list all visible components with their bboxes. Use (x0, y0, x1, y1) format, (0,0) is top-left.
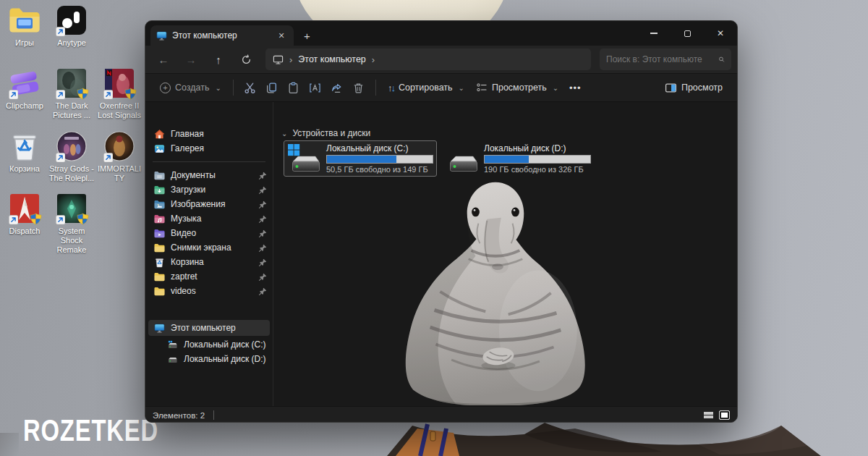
maximize-icon (684, 30, 691, 37)
sidebar-item-label: Видео (171, 228, 196, 238)
rozetked-watermark: ROZETKED (23, 413, 158, 447)
search-icon (718, 54, 725, 64)
desktop-icon-stray-gods[interactable]: Stray Gods - The Rolepl... (48, 130, 95, 183)
sidebar-item-label: Снимки экрана (171, 242, 231, 253)
tab-close-icon[interactable]: ✕ (275, 29, 288, 42)
tab-title: Этот компьютер (172, 30, 270, 41)
admin-shield-icon (124, 88, 137, 100)
sidebar-item-label: Этот компьютер (171, 323, 236, 333)
desktop-icon-system-shock[interactable]: System Shock Remake (48, 193, 95, 256)
sidebar-item-recycle-bin[interactable]: Корзина (145, 255, 273, 269)
back-button[interactable]: ← (151, 49, 176, 69)
pin-icon (259, 258, 267, 266)
zhdun-image (395, 171, 596, 405)
pictures-folder-icon (154, 199, 165, 210)
sidebar-item-disk-c[interactable]: Локальный диск (C:) (145, 337, 273, 352)
desktop: Игры Anytype Clipchamp The Dark Pictures… (0, 0, 868, 456)
drive-name: Локальный диск (D:) (484, 143, 591, 153)
desktop-icon-label: Игры (1, 38, 48, 48)
rename-button[interactable] (305, 77, 326, 98)
minimize-button[interactable] (637, 21, 671, 46)
shortcut-arrow-icon (9, 215, 18, 224)
large-icons-view-button[interactable] (719, 410, 730, 420)
titlebar[interactable]: Этот компьютер ✕ + ✕ (145, 21, 737, 46)
folder-icon (154, 242, 165, 253)
forward-button[interactable]: → (179, 49, 203, 69)
pin-icon (259, 229, 267, 237)
sidebar-item-videos-folder[interactable]: videos (145, 284, 273, 298)
section-title: Устройства и диски (292, 128, 370, 138)
sidebar-item-this-pc[interactable]: Этот компьютер (148, 320, 270, 336)
shortcut-arrow-icon (56, 215, 65, 224)
folder-icon (154, 271, 165, 282)
desktop-icon-recycle-bin[interactable]: Корзина (1, 130, 48, 174)
breadcrumb-item-this-pc[interactable]: Этот компьютер (298, 54, 365, 64)
shortcut-arrow-icon (103, 90, 113, 99)
desktop-icon-immortality[interactable]: IMMORTALITY (96, 130, 142, 183)
computer-icon (273, 54, 284, 65)
sidebar-item-pictures[interactable]: Изображения (145, 197, 273, 211)
new-tab-button[interactable]: + (304, 30, 310, 42)
sidebar-item-music[interactable]: Музыка (145, 211, 273, 226)
rename-icon (309, 82, 321, 94)
sidebar-item-videos[interactable]: Видео (145, 226, 273, 240)
cut-button[interactable] (239, 77, 261, 98)
more-options-button[interactable]: ••• (564, 77, 586, 98)
desktop-icon-clipchamp[interactable]: Clipchamp (1, 67, 48, 111)
sidebar-item-documents[interactable]: Документы (145, 168, 273, 182)
paste-button[interactable] (283, 77, 305, 98)
file-explorer-window: Этот компьютер ✕ + ✕ ← → ↑ › Этот компью… (145, 20, 738, 423)
admin-shield-icon (77, 88, 89, 100)
pin-icon (259, 287, 267, 295)
maximize-button[interactable] (671, 21, 704, 46)
desktop-icon-label: Clipchamp (1, 101, 48, 111)
copy-button[interactable] (261, 77, 283, 98)
desktop-icon-games[interactable]: Игры (1, 4, 48, 48)
preview-toggle-button[interactable]: Просмотр (659, 77, 728, 98)
status-divider (213, 410, 214, 420)
delete-button[interactable] (348, 77, 370, 98)
sidebar-item-zaptret[interactable]: zaptret (145, 269, 273, 284)
section-header-devices[interactable]: ⌄ Устройства и диски (281, 128, 370, 138)
sidebar-item-label: Документы (171, 170, 216, 180)
pin-icon (259, 200, 267, 208)
disk-c-icon (167, 339, 178, 350)
desktop-icon-anytype[interactable]: Anytype (48, 4, 95, 48)
sidebar-item-home[interactable]: Главная (145, 127, 273, 141)
disk-d-icon (167, 354, 178, 365)
sidebar-item-disk-d[interactable]: Локальный диск (D:) (145, 352, 273, 366)
disk-usage-fill (485, 156, 529, 163)
up-button[interactable]: ↑ (206, 49, 231, 69)
search-input[interactable] (606, 54, 718, 64)
breadcrumb[interactable]: › Этот компьютер › (265, 48, 591, 70)
breadcrumb-separator: › (289, 54, 292, 65)
tab-this-pc[interactable]: Этот компьютер ✕ (150, 25, 294, 46)
desktop-icon-dark-pictures[interactable]: The Dark Pictures ... (48, 67, 95, 120)
desktop-icon-oxenfree[interactable]: Oxenfree II Lost Signals (96, 67, 142, 120)
sort-label: Сортировать (399, 83, 453, 93)
new-button[interactable]: + Создать ⌄ (154, 77, 227, 98)
details-view-button[interactable] (703, 410, 714, 420)
sort-button[interactable]: ↑↓ Сортировать ⌄ (382, 77, 470, 98)
home-icon (154, 129, 165, 140)
new-icon: + (160, 83, 171, 93)
preview-label: Просмотр (681, 83, 723, 93)
view-button[interactable]: Просмотреть ⌄ (470, 77, 564, 98)
shortcut-arrow-icon (56, 153, 65, 162)
wallpaper-figure (358, 423, 835, 456)
sidebar-item-downloads[interactable]: Загрузки (145, 182, 273, 197)
desktop-icon-label: The Dark Pictures ... (48, 101, 95, 120)
sidebar-item-label: Корзина (171, 257, 204, 267)
refresh-button[interactable] (234, 49, 258, 69)
disk-usage-bar (484, 155, 591, 164)
search-box[interactable] (600, 48, 731, 70)
sidebar-item-gallery[interactable]: Галерея (145, 141, 273, 156)
files-area: ⌄ Устройства и диски Локальный диск (C:)… (273, 102, 737, 406)
desktop-icon-dispatch[interactable]: Dispatch (1, 193, 48, 236)
share-button[interactable] (326, 77, 348, 98)
sidebar-item-screenshots[interactable]: Снимки экрана (145, 240, 273, 255)
breadcrumb-separator: › (372, 54, 375, 65)
close-button[interactable]: ✕ (704, 21, 737, 46)
drive-icon (287, 143, 320, 174)
desktop-icon-label: Oxenfree II Lost Signals (96, 101, 142, 120)
